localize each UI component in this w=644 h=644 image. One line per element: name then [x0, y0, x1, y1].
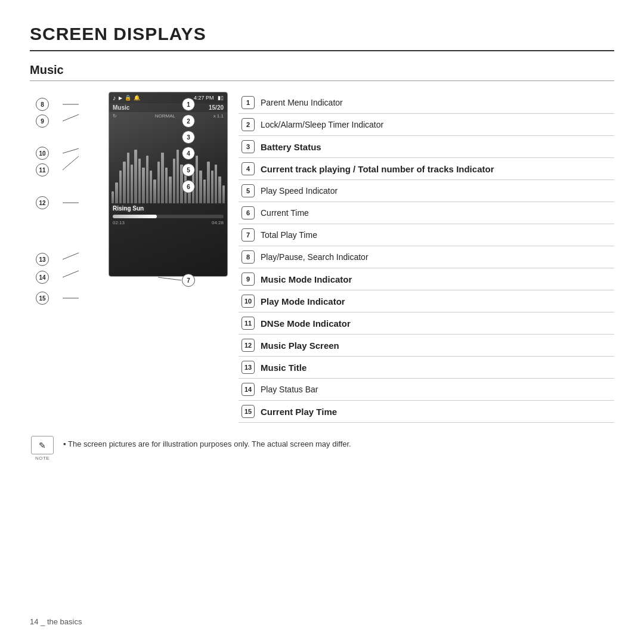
eq-bar	[142, 168, 144, 203]
callout-8: 8	[36, 98, 49, 111]
note-symbol: ✎	[39, 441, 46, 450]
eq-bar	[199, 171, 202, 203]
legend-num-cell: 15	[239, 401, 258, 423]
legend-badge: 12	[242, 339, 255, 352]
device-screen: ♪ ▶ 🔒 🔔 4:27 PM ▮▯ M	[109, 92, 228, 277]
eq-bar	[123, 162, 125, 203]
legend-label-cell: Battery Status	[258, 136, 614, 158]
legend-badge: 13	[242, 361, 255, 374]
legend-row: 8Play/Pause, Search Indicator	[239, 246, 614, 268]
battery-icon: ▮▯	[218, 95, 224, 101]
legend-num-cell: 14	[239, 379, 258, 401]
legend-badge: 7	[242, 228, 255, 242]
callout-13: 13	[36, 253, 49, 266]
legend-row: 14Play Status Bar	[239, 379, 614, 401]
eq-bar	[203, 179, 206, 203]
svg-line-13	[63, 271, 79, 277]
eq-bar	[207, 162, 209, 203]
legend-row: 15Current Play Time	[239, 401, 614, 423]
legend-label-cell: Music Play Screen	[258, 335, 614, 357]
callout-1: 1	[182, 98, 195, 111]
legend-label-cell: Lock/Alarm/Sleep Timer Indicator	[258, 114, 614, 136]
legend-badge: 6	[242, 206, 255, 219]
legend-label-cell: Current track playing / Total number of …	[258, 158, 614, 180]
alarm-icon: 🔔	[134, 95, 140, 101]
legend-label-cell: Total Play Time	[258, 224, 614, 246]
screen-title-bar: Music 15/20	[109, 103, 227, 112]
svg-line-8	[63, 114, 79, 121]
legend-row: 12Music Play Screen	[239, 335, 614, 357]
device-area: ♪ ▶ 🔒 🔔 4:27 PM ▮▯ M	[30, 92, 221, 318]
callout-2: 2	[182, 114, 195, 128]
screen-time: 4:27 PM	[194, 95, 214, 101]
music-note-icon: ♪	[113, 94, 116, 101]
legend-num-cell: 8	[239, 246, 258, 268]
legend-row: 10Play Mode Indicator	[239, 290, 614, 312]
legend-row: 4Current track playing / Total number of…	[239, 158, 614, 180]
eq-bar	[215, 165, 217, 203]
eq-area	[109, 120, 227, 203]
screen-progress-fill	[113, 215, 157, 218]
legend-num-cell: 9	[239, 268, 258, 290]
eq-bar	[169, 177, 171, 203]
eq-bar	[177, 150, 179, 203]
track-current: 15	[209, 104, 215, 111]
eq-bar	[134, 150, 137, 203]
legend-label-cell: Current Time	[258, 202, 614, 224]
legend-badge: 9	[242, 273, 255, 286]
note-icon-box: ✎	[31, 436, 54, 454]
legend-table: 1Parent Menu Indicator2Lock/Alarm/Sleep …	[239, 92, 614, 423]
eq-bar	[173, 159, 175, 203]
eq-bar	[157, 162, 160, 203]
screen-music-label: Music	[113, 104, 129, 111]
eq-bar	[196, 156, 198, 203]
callout-14: 14	[36, 271, 49, 284]
screen-status-left: ♪ ▶ 🔒 🔔	[113, 94, 140, 101]
eq-bar	[165, 168, 168, 203]
legend-badge: 3	[242, 140, 255, 153]
legend-label-cell: Parent Menu Indicator	[258, 92, 614, 114]
eq-bar	[131, 165, 133, 203]
legend-badge: 2	[242, 118, 255, 131]
legend-num-cell: 13	[239, 357, 258, 379]
legend-label-cell: Play Speed Indicator	[258, 180, 614, 202]
screen-status-bar: ♪ ▶ 🔒 🔔 4:27 PM ▮▯	[109, 92, 227, 103]
eq-bar	[211, 171, 213, 203]
legend-badge: 14	[242, 383, 255, 396]
callout-7: 7	[182, 274, 195, 287]
total-time-display: 04:28	[212, 220, 224, 225]
callout-15: 15	[36, 292, 49, 305]
screen-times: 02:13 04:28	[109, 219, 227, 226]
legend-num-cell: 6	[239, 202, 258, 224]
track-total: 20	[217, 104, 224, 111]
callout-11: 11	[36, 163, 49, 177]
screen-info-bar: ↻ NORMAL x 1.1	[109, 112, 227, 120]
legend-label-cell: Play Status Bar	[258, 379, 614, 401]
section-title: Music	[30, 63, 614, 81]
legend-num-cell: 7	[239, 224, 258, 246]
page-container: SCREEN DISPLAYS Music	[0, 0, 644, 644]
legend-num-cell: 4	[239, 158, 258, 180]
page-footer: 14 _ the basics	[30, 617, 82, 626]
legend-num-cell: 2	[239, 114, 258, 136]
speed-label: x 1.1	[213, 113, 224, 119]
current-time-display: 02:13	[113, 220, 125, 225]
legend-row: 6Current Time	[239, 202, 614, 224]
lock-icon: 🔒	[125, 95, 131, 101]
note-text: ▪ The screen pictures are for illustrati…	[63, 436, 351, 448]
legend-badge: 4	[242, 162, 255, 175]
eq-bar	[150, 171, 152, 203]
content-area: ♪ ▶ 🔒 🔔 4:27 PM ▮▯ M	[30, 92, 614, 423]
legend-row: 3Battery Status	[239, 136, 614, 158]
legend-row: 13Music Title	[239, 357, 614, 379]
svg-line-10	[63, 156, 79, 170]
callout-12: 12	[36, 196, 49, 209]
legend-num-cell: 10	[239, 290, 258, 312]
legend-num-cell: 5	[239, 180, 258, 202]
screen-song-title: Rising Sun	[109, 203, 227, 213]
svg-line-9	[63, 148, 79, 153]
legend-label-cell: Music Mode Indicator	[258, 268, 614, 290]
legend-num-cell: 3	[239, 136, 258, 158]
eq-bar	[112, 191, 114, 203]
eq-bar	[222, 185, 225, 203]
